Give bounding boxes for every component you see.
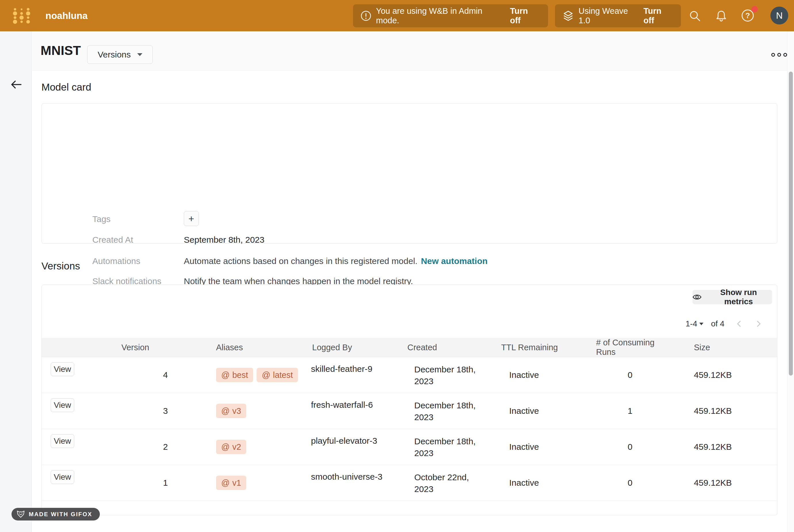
- consuming-runs-cell: 1: [593, 393, 667, 429]
- layers-icon: [563, 10, 574, 22]
- logged-by-cell: playful-elevator-3: [305, 429, 405, 465]
- at-icon: @: [221, 478, 230, 488]
- weave-banner-text: Using Weave 1.0: [579, 6, 640, 25]
- weave-banner: Using Weave 1.0 Turn off: [555, 4, 681, 27]
- col-ttl-remaining: TTL Remaining: [500, 338, 593, 357]
- aliases-cell: @v3: [210, 393, 305, 429]
- alias-name: v2: [232, 442, 241, 452]
- view-button[interactable]: View: [51, 362, 74, 376]
- alias-chip: @latest: [257, 368, 298, 382]
- help-button[interactable]: ?: [742, 10, 754, 22]
- version-cell: 3: [121, 393, 210, 429]
- admin-turn-off-button[interactable]: Turn off: [510, 6, 541, 25]
- version-cell: 2: [121, 429, 210, 465]
- logged-by-cell: skilled-feather-9: [305, 357, 405, 393]
- size-cell: 459.12KB: [667, 393, 777, 429]
- col-consuming-runs: # of Consuming Runs: [593, 338, 667, 357]
- alias-name: v3: [232, 406, 241, 416]
- versions-dropdown-label: Versions: [97, 50, 131, 59]
- weave-turn-off-button[interactable]: Turn off: [644, 6, 674, 25]
- col-size: Size: [667, 338, 777, 357]
- version-cell: 4: [121, 357, 210, 393]
- at-icon: @: [221, 406, 230, 416]
- created-at-value: September 8th, 2023: [184, 234, 264, 245]
- logged-by-cell: smooth-universe-3: [305, 465, 405, 501]
- versions-dropdown[interactable]: Versions: [87, 45, 153, 64]
- col-version: Version: [121, 338, 210, 357]
- scrollbar-thumb[interactable]: [789, 72, 793, 376]
- eye-icon: [693, 292, 702, 302]
- search-icon[interactable]: [688, 10, 701, 22]
- chevron-down-icon: [699, 323, 703, 325]
- table-row: View 2 @v2 playful-elevator-3 December 1…: [42, 429, 777, 465]
- page: noahluna You are using W&B in Admin mode…: [0, 0, 794, 532]
- created-cell: December 18th, 2023: [405, 393, 500, 429]
- aliases-cell: @v1: [210, 465, 305, 501]
- page-range-value: 1-4: [685, 319, 697, 328]
- at-icon: @: [221, 442, 230, 452]
- at-icon: @: [262, 370, 270, 380]
- show-run-metrics-button[interactable]: Show run metrics: [693, 290, 772, 304]
- left-gutter: [0, 31, 32, 532]
- question-mark-icon: ?: [742, 10, 754, 22]
- fox-icon: [16, 510, 25, 519]
- table-header-row: Version Aliases Logged By Created TTL Re…: [42, 338, 777, 357]
- versions-heading: Versions: [41, 260, 80, 272]
- chevron-left-icon[interactable]: [735, 320, 743, 328]
- model-card-heading: Model card: [41, 81, 91, 93]
- automations-text: Automate actions based on changes in thi…: [184, 256, 417, 266]
- chevron-right-icon[interactable]: [754, 320, 762, 328]
- tags-label: Tags: [92, 214, 111, 225]
- back-arrow-icon[interactable]: [9, 77, 23, 92]
- created-cell: December 18th, 2023: [405, 429, 500, 465]
- new-automation-link[interactable]: New automation: [421, 256, 488, 266]
- alias-chip: @best: [216, 368, 253, 382]
- size-cell: 459.12KB: [667, 465, 777, 501]
- automations-label: Automations: [92, 255, 140, 267]
- chevron-down-icon: [137, 53, 143, 56]
- aliases-cell: @v2: [210, 429, 305, 465]
- alias-name: latest: [273, 370, 293, 380]
- alias-chip: @v3: [216, 404, 246, 418]
- table-row: View 3 @v3 fresh-waterfall-6 December 18…: [42, 393, 777, 429]
- wandb-dots-logo[interactable]: [13, 7, 31, 25]
- at-icon: @: [221, 370, 230, 380]
- view-button[interactable]: View: [51, 434, 74, 448]
- pagination: 1-4 of 4: [685, 319, 762, 328]
- alias-name: v1: [232, 478, 241, 488]
- ttl-cell: Inactive: [500, 429, 593, 465]
- model-card-panel: Tags + Created At September 8th, 2023 Au…: [41, 103, 777, 244]
- table-row: View 4 @best@latest skilled-feather-9 De…: [42, 357, 777, 393]
- view-button[interactable]: View: [51, 470, 74, 484]
- automations-row: Automate actions based on changes in thi…: [184, 255, 488, 267]
- consuming-runs-cell: 0: [593, 465, 667, 501]
- created-at-label: Created At: [92, 234, 133, 245]
- gifox-badge-text: MADE WITH GIFOX: [29, 511, 92, 518]
- add-tag-button[interactable]: +: [184, 211, 199, 226]
- table-row: View 1 @v1 smooth-universe-3 October 22n…: [42, 465, 777, 501]
- alias-chip: @v1: [216, 476, 246, 490]
- admin-mode-banner: You are using W&B in Admin mode. Turn of…: [353, 4, 548, 27]
- consuming-runs-cell: 0: [593, 429, 667, 465]
- ttl-cell: Inactive: [500, 393, 593, 429]
- page-total: of 4: [711, 319, 724, 328]
- ttl-cell: Inactive: [500, 465, 593, 501]
- gifox-badge: MADE WITH GIFOX: [12, 508, 100, 520]
- overflow-menu-button[interactable]: [771, 53, 787, 57]
- page-title: MNIST: [41, 43, 81, 58]
- created-cell: October 22nd, 2023: [405, 465, 500, 501]
- alias-name: best: [232, 370, 248, 380]
- aliases-cell: @best@latest: [210, 357, 305, 393]
- scrollbar-track: [787, 31, 794, 532]
- col-logged-by: Logged By: [305, 338, 405, 357]
- ttl-cell: Inactive: [500, 357, 593, 393]
- page-range-selector[interactable]: 1-4: [685, 319, 703, 328]
- view-button[interactable]: View: [51, 398, 74, 412]
- bell-icon[interactable]: [715, 10, 727, 22]
- created-cell: December 18th, 2023: [405, 357, 500, 393]
- logged-by-cell: fresh-waterfall-6: [305, 393, 405, 429]
- avatar[interactable]: N: [770, 6, 788, 24]
- version-cell: 1: [121, 465, 210, 501]
- versions-table: Version Aliases Logged By Created TTL Re…: [42, 338, 777, 501]
- alias-chip: @v2: [216, 440, 246, 454]
